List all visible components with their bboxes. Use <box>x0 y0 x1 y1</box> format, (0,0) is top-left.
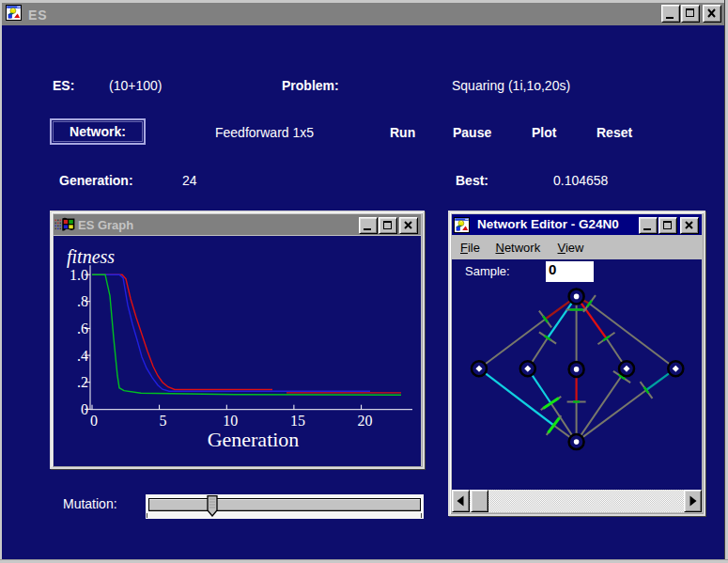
svg-text:fitness: fitness <box>67 246 115 268</box>
svg-text:1.0: 1.0 <box>70 267 88 283</box>
svg-text:.4: .4 <box>77 348 88 364</box>
svg-text:.6: .6 <box>77 321 88 336</box>
svg-text:15: 15 <box>290 413 305 429</box>
svg-text:Generation: Generation <box>208 428 300 451</box>
svg-text:10: 10 <box>223 413 238 429</box>
svg-text:20: 20 <box>358 413 373 429</box>
svg-text:0: 0 <box>81 401 88 417</box>
svg-text:5: 5 <box>160 413 167 429</box>
svg-text:.2: .2 <box>77 374 88 390</box>
svg-text:0: 0 <box>90 413 98 429</box>
svg-text:.8: .8 <box>77 293 88 309</box>
